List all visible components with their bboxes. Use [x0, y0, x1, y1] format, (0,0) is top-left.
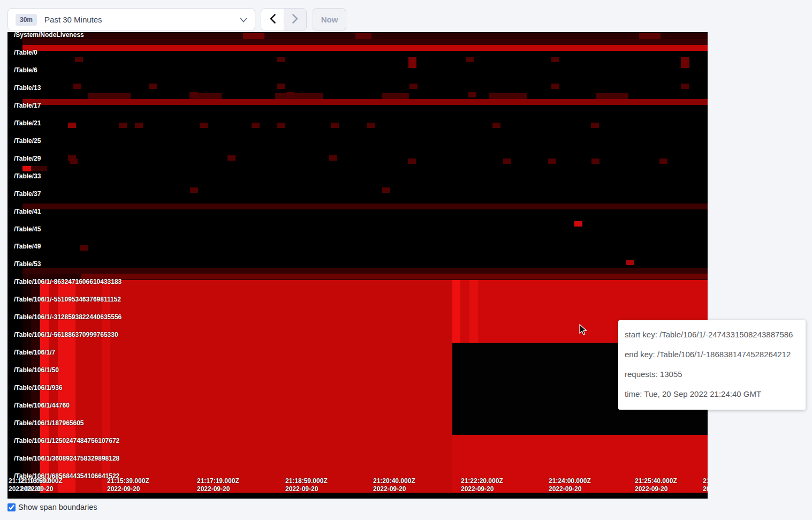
now-button[interactable]: Now	[313, 8, 346, 31]
heatmap-cell	[227, 155, 236, 161]
heatmap-cell	[75, 57, 83, 62]
heatmap-cell	[331, 123, 339, 128]
heatmap-cell	[468, 92, 476, 97]
heatmap-region	[7, 493, 708, 499]
heatmap-cell	[31, 166, 47, 171]
prev-interval-button[interactable]	[261, 9, 284, 31]
heatmap-cell	[408, 57, 416, 68]
time-range-select[interactable]: 30m Past 30 Minutes	[7, 8, 255, 31]
heatmap-cell	[329, 155, 337, 161]
heatmap-cell	[492, 123, 500, 128]
heatmap-cell	[367, 123, 375, 128]
chevron-right-icon	[292, 14, 298, 25]
key-visualizer-heatmap[interactable]: /System/NodeLiveness/Table/0/Table/6/Tab…	[7, 32, 708, 499]
heatmap-gridlines	[168, 343, 452, 493]
heatmap-cell	[466, 57, 474, 62]
heatmap-cell	[277, 123, 285, 128]
heatmap-cell	[80, 245, 88, 251]
heatmap-cell	[408, 159, 416, 164]
tooltip-requests: requests: 13055	[625, 364, 799, 384]
heatmap-gridlines	[22, 343, 168, 493]
chevron-down-icon	[240, 15, 247, 25]
heatmap-cell	[551, 57, 559, 62]
heatmap-cell	[681, 57, 689, 68]
heatmap-cell	[190, 187, 198, 193]
heatmap-cell	[626, 260, 634, 265]
heatmap-cell	[190, 92, 198, 97]
key-visualizer-page: { "toolbar": { "range_badge": "30m", "ra…	[0, 0, 812, 520]
heatmap-gridlines	[452, 435, 708, 493]
heatmap-cell	[252, 123, 260, 128]
heatmap-cell	[548, 159, 556, 164]
heatmap-cell	[659, 159, 667, 164]
tooltip-time: time: Tue, 20 Sep 2022 21:24:40 GMT	[625, 384, 799, 404]
heatmap-cell	[591, 123, 599, 128]
tooltip-end-key: end key: /Table/106/1/-18683814745282642…	[625, 344, 799, 364]
heatmap-cell	[286, 92, 294, 97]
heatmap-cell	[591, 159, 599, 164]
heatmap-cell	[574, 221, 582, 227]
heatmap-cell	[119, 123, 127, 128]
heatmap-cell	[551, 84, 559, 89]
next-interval-button[interactable]	[284, 9, 306, 31]
heatmap-cell	[70, 159, 78, 164]
heatmap-cell	[681, 84, 689, 89]
heatmap-cell	[149, 84, 157, 89]
heatmap-gridlines	[168, 280, 452, 343]
span-boundaries-row: Show span boundaries	[7, 503, 97, 511]
time-range-label: Past 30 Minutes	[44, 15, 240, 24]
chevron-left-icon	[270, 14, 276, 25]
time-nav-group	[261, 8, 307, 31]
heatmap-gridlines	[22, 33, 708, 279]
tooltip-start-key: start key: /Table/106/1/-247433150824388…	[625, 325, 799, 344]
heatmap-cell	[277, 84, 285, 89]
heatmap-cell	[503, 159, 511, 164]
heatmap-cell	[200, 123, 208, 128]
show-span-boundaries-label: Show span boundaries	[18, 503, 97, 511]
show-span-boundaries-checkbox[interactable]	[7, 503, 16, 511]
heatmap-cell	[135, 123, 143, 128]
heatmap-cell	[409, 84, 418, 89]
heatmap-cell	[73, 84, 81, 89]
span-tooltip: start key: /Table/106/1/-247433150824388…	[618, 320, 806, 410]
time-range-badge: 30m	[16, 14, 37, 26]
heatmap-cell	[277, 57, 285, 62]
heatmap-cell	[22, 166, 31, 171]
heatmap-cell	[382, 187, 390, 193]
heatmap-cell	[68, 123, 76, 128]
